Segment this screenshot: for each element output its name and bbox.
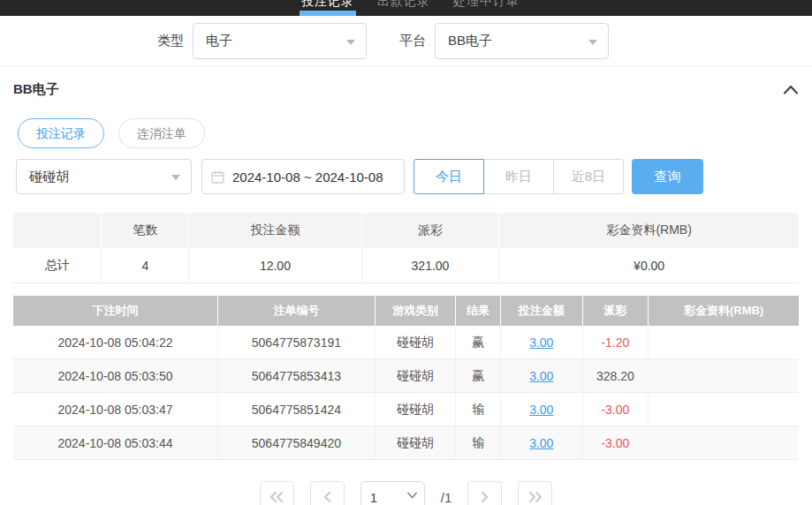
payout-value: 328.20 (583, 359, 649, 393)
order-number: 5064775853413 (218, 359, 376, 393)
tab-bet-records[interactable]: 投注记录 (18, 118, 104, 148)
bonus-value (649, 393, 799, 426)
summary-table: 笔数 投注金额 派彩 彩金资料(RMB) 总计 4 12.00 321.00 ¥… (13, 213, 799, 283)
type-label: 类型 (157, 33, 184, 49)
first-page-button[interactable] (260, 481, 294, 505)
chevron-up-icon (784, 85, 798, 94)
page-total: /1 (441, 490, 452, 505)
bonus-value (649, 326, 799, 359)
last8days-button[interactable]: 近8日 (553, 159, 624, 194)
chevron-down-icon (588, 40, 597, 45)
type-select[interactable]: 电子 (193, 23, 367, 59)
summary-total-row: 总计 4 12.00 321.00 ¥0.00 (13, 248, 799, 283)
record-type-tabs: 投注记录 连消注单 (18, 118, 812, 148)
pagination: 1 /1 (0, 481, 812, 505)
payout-value: -1.20 (583, 326, 649, 359)
bonus-value (649, 359, 799, 393)
bet-amount-link[interactable]: 3.00 (529, 403, 553, 417)
bet-records-page: 投注记录 出款记录 处理中订单 类型 电子 平台 BB电子 BB电子 投注记录 … (0, 0, 812, 505)
platform-section-header: BB电子 (0, 66, 812, 102)
chevron-down-icon (171, 175, 180, 180)
order-number: 5064775873191 (218, 326, 376, 359)
prev-page-button[interactable] (310, 481, 345, 505)
top-tab-label: 投注记录 (301, 0, 354, 8)
table-row: 2024-10-08 05:03:44 5064775849420 碰碰胡 输 … (13, 426, 799, 460)
summary-payout: 321.00 (362, 248, 500, 283)
payout-value: -3.00 (583, 393, 649, 426)
top-tab-pending-orders[interactable]: 处理中订单 (453, 0, 520, 16)
summary-bet-amount: 12.00 (189, 248, 362, 283)
payout-value: -3.00 (583, 426, 649, 460)
chevron-down-icon (346, 40, 355, 45)
table-row: 2024-10-08 05:03:50 5064775853413 碰碰胡 赢 … (13, 359, 799, 393)
bet-amount-link[interactable]: 3.00 (529, 335, 553, 350)
result: 输 (456, 393, 501, 426)
platform-label: 平台 (399, 33, 426, 49)
summary-bonus: ¥0.00 (499, 248, 799, 283)
top-tab-bet-records[interactable]: 投注记录 (301, 0, 354, 16)
bet-amount-link[interactable]: 3.00 (529, 436, 553, 450)
top-tab-withdraw-records[interactable]: 出款记录 (377, 0, 430, 16)
summary-header-row: 笔数 投注金额 派彩 彩金资料(RMB) (13, 213, 799, 248)
top-tab-label: 处理中订单 (453, 0, 520, 8)
game-category: 碰碰胡 (376, 359, 457, 393)
bet-time: 2024-10-08 05:03:50 (13, 359, 218, 393)
records-header-row: 下注时间 注单编号 游戏类别 结果 投注金额 派彩 彩金资料(RMB) (13, 296, 799, 326)
last-page-button[interactable] (518, 481, 552, 505)
result: 输 (456, 426, 501, 460)
records-header-cell: 投注金额 (501, 296, 582, 326)
summary-header-cell (13, 213, 102, 248)
query-controls: 碰碰胡 2024-10-08 ~ 2024-10-08 今日 昨日 近8日 查询 (16, 159, 812, 194)
bonus-value (649, 426, 799, 460)
table-row: 2024-10-08 05:03:47 5064775851424 碰碰胡 输 … (13, 393, 799, 426)
yesterday-button[interactable]: 昨日 (483, 159, 554, 194)
result: 赢 (456, 326, 501, 359)
platform-select-value: BB电子 (448, 33, 492, 49)
next-page-button[interactable] (467, 481, 502, 505)
order-number: 5064775851424 (218, 393, 376, 426)
records-header-cell: 注单编号 (218, 296, 376, 326)
records-header-cell: 彩金资料(RMB) (649, 296, 799, 326)
game-category: 碰碰胡 (376, 426, 457, 460)
summary-count: 4 (102, 248, 189, 283)
bet-time: 2024-10-08 05:04:22 (13, 326, 218, 359)
filter-form: 类型 电子 平台 BB电子 (0, 23, 812, 59)
bet-time: 2024-10-08 05:03:44 (13, 426, 218, 460)
chevron-right-icon (481, 492, 489, 502)
summary-header-cell: 笔数 (102, 213, 189, 248)
date-range-value: 2024-10-08 ~ 2024-10-08 (232, 170, 383, 185)
records-header-cell: 结果 (456, 296, 501, 326)
records-table: 下注时间 注单编号 游戏类别 结果 投注金额 派彩 彩金资料(RMB) 2024… (13, 296, 799, 460)
summary-header-cell: 彩金资料(RMB) (499, 213, 799, 248)
today-button[interactable]: 今日 (414, 159, 484, 194)
records-header-cell: 下注时间 (13, 296, 218, 326)
summary-header-cell: 投注金额 (189, 213, 362, 248)
platform-select[interactable]: BB电子 (435, 23, 609, 59)
collapse-button[interactable] (784, 85, 798, 94)
records-header-cell: 派彩 (583, 296, 649, 326)
quick-date-buttons: 今日 昨日 近8日 (414, 159, 624, 194)
result: 赢 (456, 359, 501, 393)
double-chevron-right-icon (528, 492, 543, 502)
search-button[interactable]: 查询 (632, 159, 703, 194)
summary-total-label: 总计 (13, 248, 102, 283)
top-tab-label: 出款记录 (377, 0, 430, 8)
page-title: BB电子 (13, 81, 59, 98)
game-category: 碰碰胡 (376, 393, 457, 426)
type-select-value: 电子 (206, 33, 232, 49)
double-chevron-left-icon (269, 492, 284, 502)
tab-cancelled-orders[interactable]: 连消注单 (118, 118, 205, 148)
page-select-wrap: 1 (360, 481, 425, 505)
game-select[interactable]: 碰碰胡 (16, 159, 192, 194)
calendar-icon (211, 170, 224, 184)
bet-amount-link[interactable]: 3.00 (529, 369, 553, 383)
game-select-value: 碰碰胡 (29, 169, 69, 185)
page-select[interactable]: 1 (360, 481, 425, 505)
chevron-left-icon (323, 492, 331, 502)
game-category: 碰碰胡 (376, 326, 457, 359)
bet-time: 2024-10-08 05:03:47 (13, 393, 218, 426)
table-row: 2024-10-08 05:04:22 5064775873191 碰碰胡 赢 … (13, 326, 799, 359)
date-range-picker[interactable]: 2024-10-08 ~ 2024-10-08 (201, 159, 405, 194)
top-nav-bar: 投注记录 出款记录 处理中订单 (0, 0, 812, 16)
order-number: 5064775849420 (218, 426, 376, 460)
